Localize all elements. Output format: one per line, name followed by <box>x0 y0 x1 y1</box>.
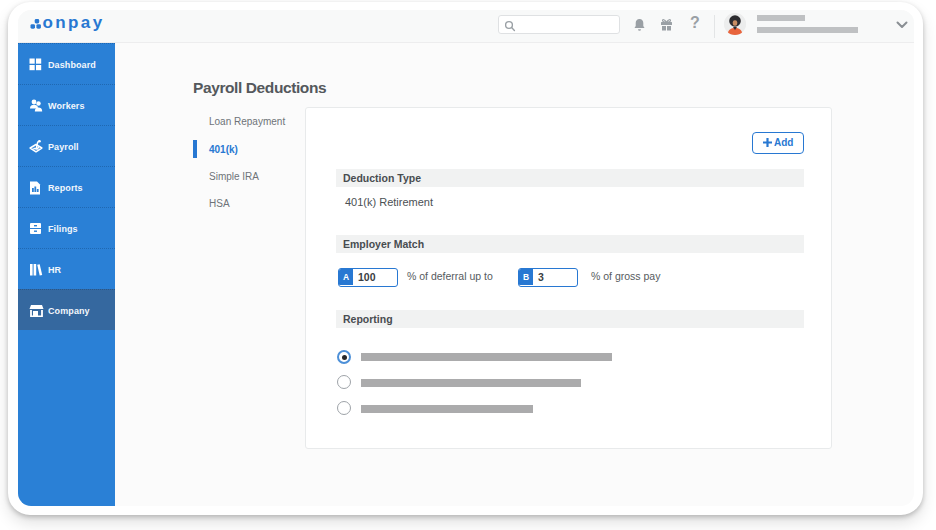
svg-text:onpay: onpay <box>43 13 105 32</box>
